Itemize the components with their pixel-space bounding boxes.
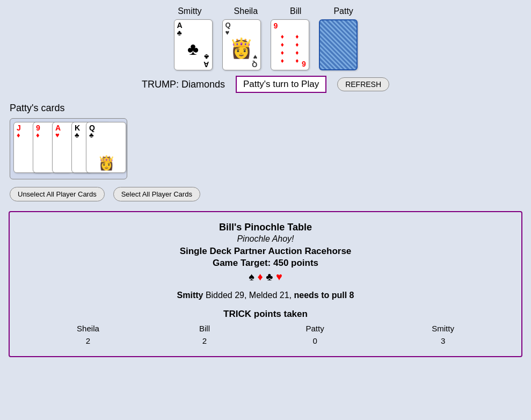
trick-header-smitty: Smitty xyxy=(376,323,510,334)
bid-info: Smitty Bidded 29, Melded 21, needs to pu… xyxy=(20,291,511,300)
trick-header-patty: Patty xyxy=(254,323,375,334)
nine-diamonds-pips: ♦♦ ♦♦ ♦♦ ♦♦ xyxy=(271,25,309,69)
hand-card-5-rank: Q xyxy=(89,124,95,132)
hand-card-5-suit: ♣ xyxy=(89,132,94,139)
ace-clubs-rank-top: A♣ xyxy=(177,21,183,37)
trick-headers-row: Sheila Bill Patty Smitty xyxy=(21,323,510,334)
info-panel: Bill's Pinochle Table Pinochle Ahoy! Sin… xyxy=(9,211,522,357)
hand-card-2-suit: ♦ xyxy=(36,132,40,139)
hand-card-2-rank: 9 xyxy=(36,124,40,132)
hand-cards-container: J ♦ 9 ♦ A ♥ K ♣ Q ♣ 👸 xyxy=(13,122,123,176)
trick-title: TRICK points taken xyxy=(20,309,511,320)
trick-values-row: 2 2 0 3 xyxy=(21,335,510,346)
bid-info-bold: needs to pull 8 xyxy=(294,291,354,300)
game-type: Single Deck Partner Auction Racehorse xyxy=(20,246,511,257)
trick-value-sheila: 2 xyxy=(21,335,155,346)
ace-clubs-rank-bottom: A♣ xyxy=(203,53,209,68)
player-names-row: Smitty Sheila Bill Patty xyxy=(0,0,531,19)
bid-info-text: Bidded 29, Melded 21, xyxy=(203,291,294,300)
hand-card-4-rank: K xyxy=(75,124,80,132)
turn-indicator: Patty's turn to Play xyxy=(236,76,326,93)
tagline: Pinochle Ahoy! xyxy=(20,234,511,244)
hand-card-3-suit: ♥ xyxy=(55,132,60,139)
club-icon: ♣ xyxy=(266,271,273,283)
hand-card-4-suit: ♣ xyxy=(75,132,79,139)
trick-table: Sheila Bill Patty Smitty 2 2 0 3 xyxy=(20,322,511,347)
diamond-icon: ♦ xyxy=(257,271,263,283)
suits-row: ♠ ♦ ♣ ♥ xyxy=(20,271,511,283)
trick-header-bill: Bill xyxy=(156,323,253,334)
table-name: Bill's Pinochle Table xyxy=(20,222,511,233)
hand-card-5[interactable]: Q ♣ 👸 xyxy=(86,122,126,173)
queen-hearts-rank-bottom: Q♥ xyxy=(252,53,257,68)
trick-value-patty: 0 xyxy=(254,335,375,346)
queen-hearts-figure: 👸 xyxy=(229,37,253,60)
unselect-all-button[interactable]: Unselect All Player Cards xyxy=(10,187,105,201)
bid-player-name: Smitty xyxy=(177,291,203,300)
queen-hearts-rank-top: Q♥ xyxy=(226,21,231,37)
hand-card-5-figure: 👸 xyxy=(98,155,115,171)
action-buttons-row: Unselect All Player Cards Select All Pla… xyxy=(10,187,531,201)
trick-value-smitty: 3 xyxy=(376,335,510,346)
trick-header-sheila: Sheila xyxy=(21,323,155,334)
player-name-bill: Bill xyxy=(290,6,301,16)
hand-cards-row: J ♦ 9 ♦ A ♥ K ♣ Q ♣ 👸 xyxy=(10,118,531,179)
top-cards-row: A♣ ♣ A♣ Q♥ 👸 Q♥ 9 6 ♦♦ ♦♦ ♦♦ ♦♦ xyxy=(0,19,531,70)
trick-value-bill: 2 xyxy=(156,335,253,346)
smitty-card[interactable]: A♣ ♣ A♣ xyxy=(174,19,213,70)
player-name-sheila: Sheila xyxy=(234,6,258,16)
patty-card-back xyxy=(319,19,358,70)
game-target: Game Target: 450 points xyxy=(20,258,511,269)
hand-card-1-rank: J xyxy=(17,124,21,132)
refresh-button[interactable]: REFRESH xyxy=(337,77,389,91)
hand-card-3-rank: A xyxy=(55,124,61,132)
ace-clubs-center: ♣ xyxy=(187,39,199,59)
my-cards-label: Patty's cards xyxy=(10,103,531,114)
bill-card[interactable]: 9 6 ♦♦ ♦♦ ♦♦ ♦♦ xyxy=(271,19,309,70)
trump-label: TRUMP: Diamonds xyxy=(142,79,225,90)
hand-cards-wrapper: J ♦ 9 ♦ A ♥ K ♣ Q ♣ 👸 xyxy=(10,118,127,179)
sheila-card[interactable]: Q♥ 👸 Q♥ xyxy=(222,19,261,70)
player-name-smitty: Smitty xyxy=(178,6,201,16)
select-all-button[interactable]: Select All Player Cards xyxy=(113,187,200,201)
trump-turn-row: TRUMP: Diamonds Patty's turn to Play REF… xyxy=(0,76,531,93)
spade-icon: ♠ xyxy=(249,271,254,283)
hand-card-1-suit: ♦ xyxy=(17,132,20,139)
player-name-patty: Patty xyxy=(333,6,353,16)
heart-icon: ♥ xyxy=(276,271,282,283)
